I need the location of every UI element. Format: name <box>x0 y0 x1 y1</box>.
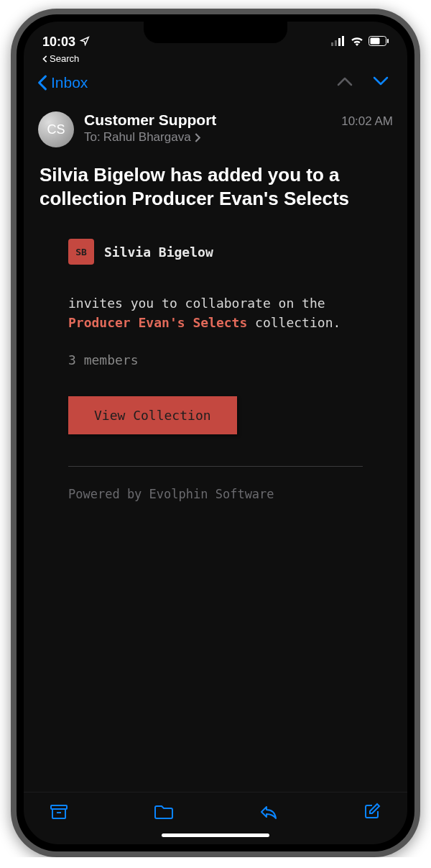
email-body: SB Silvia Bigelow invites you to collabo… <box>24 224 407 516</box>
back-app-label: Search <box>50 53 79 64</box>
members-count: 3 members <box>40 332 391 396</box>
svg-rect-6 <box>387 39 389 43</box>
body-text-after: collection. <box>255 315 340 330</box>
recipient-row[interactable]: To: Rahul Bhargava <box>84 130 393 145</box>
to-label: To: <box>84 130 101 145</box>
body-text-before: invites you to collaborate on the <box>68 296 325 311</box>
collection-name-link[interactable]: Producer Evan's Selects <box>68 315 247 330</box>
wifi-icon <box>350 35 364 50</box>
phone-frame: 10:03 <box>11 9 420 857</box>
powered-by: Powered by Evolphin Software <box>40 487 391 501</box>
archive-button[interactable] <box>50 803 68 823</box>
svg-rect-1 <box>335 40 337 46</box>
inviter-name: Silvia Bigelow <box>104 245 213 260</box>
svg-rect-3 <box>342 36 344 46</box>
email-subject: Silvia Bigelow has added you to a collec… <box>24 156 407 224</box>
chevron-right-icon <box>194 133 200 142</box>
avatar-initials: CS <box>47 122 65 137</box>
bottom-toolbar <box>24 792 407 829</box>
home-indicator[interactable] <box>162 833 269 837</box>
nav-bar: Inbox <box>24 64 407 100</box>
view-collection-button[interactable]: View Collection <box>68 396 237 434</box>
back-label: Inbox <box>51 74 88 91</box>
compose-button[interactable] <box>363 803 381 823</box>
email-header: CS Customer Support 10:02 AM To: Rahul B… <box>24 100 407 156</box>
inviter-initials: SB <box>75 247 87 257</box>
svg-rect-7 <box>51 805 67 809</box>
cellular-icon <box>331 35 346 50</box>
prev-message-button[interactable] <box>337 76 353 89</box>
screen: 10:03 <box>24 22 407 844</box>
reply-button[interactable] <box>259 804 278 823</box>
phone-bezel: 10:03 <box>17 14 414 851</box>
notch <box>144 22 287 43</box>
battery-icon <box>369 35 389 50</box>
back-button[interactable]: Inbox <box>37 74 88 91</box>
sender-avatar[interactable]: CS <box>38 111 74 147</box>
email-time: 10:02 AM <box>341 114 393 129</box>
svg-rect-0 <box>331 42 333 46</box>
svg-rect-2 <box>338 38 340 46</box>
back-to-app[interactable]: Search <box>24 53 407 64</box>
svg-rect-5 <box>371 37 380 44</box>
divider <box>68 466 363 467</box>
move-button[interactable] <box>154 804 174 823</box>
inviter-badge: SB <box>68 239 94 265</box>
location-icon <box>80 35 90 50</box>
next-message-button[interactable] <box>373 76 389 89</box>
sender-name[interactable]: Customer Support <box>84 111 216 129</box>
status-time: 10:03 <box>42 35 75 50</box>
recipient-name: Rahul Bhargava <box>103 130 191 145</box>
